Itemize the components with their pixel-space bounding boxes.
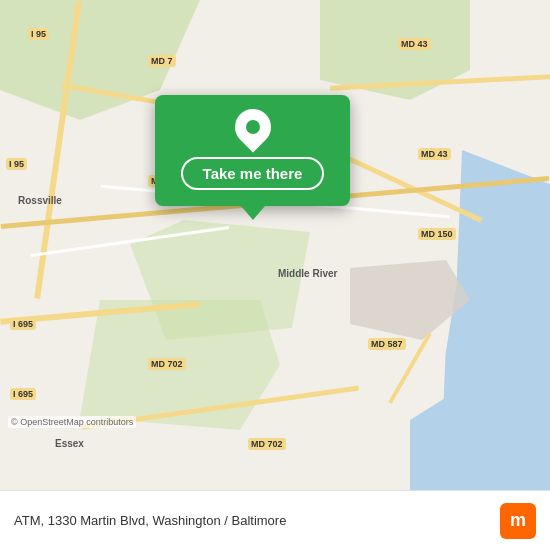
popup-card: Take me there: [155, 95, 350, 206]
road-label-md43-top: MD 43: [398, 38, 431, 50]
place-label-rossville: Rossville: [18, 195, 62, 206]
road-label-i95-left: I 95: [6, 158, 27, 170]
map-container: I 95MD 7MD 43I 95MD 7MD 43MD 150I 695I 6…: [0, 0, 550, 490]
road-label-i695-1: I 695: [10, 318, 36, 330]
location-text: ATM, 1330 Martin Blvd, Washington / Balt…: [14, 513, 490, 528]
road-label-md702-1: MD 702: [148, 358, 186, 370]
road-label-md43-mid: MD 43: [418, 148, 451, 160]
road-label-md587: MD 587: [368, 338, 406, 350]
pin-inner: [246, 120, 260, 134]
place-label-essex: Essex: [55, 438, 84, 449]
bottom-bar: ATM, 1330 Martin Blvd, Washington / Balt…: [0, 490, 550, 550]
road-label-md7-top: MD 7: [148, 55, 176, 67]
road-label-md702-2: MD 702: [248, 438, 286, 450]
moovit-icon: m: [500, 503, 536, 539]
take-me-there-button[interactable]: Take me there: [181, 157, 325, 190]
moovit-letter: m: [510, 510, 526, 531]
place-label-middle-river: Middle River: [278, 268, 337, 279]
moovit-logo: m: [500, 503, 536, 539]
road-label-i95-top: I 95: [28, 28, 49, 40]
road-label-i695-2: I 695: [10, 388, 36, 400]
map-attribution: © OpenStreetMap contributors: [8, 416, 136, 428]
location-pin: [227, 102, 278, 153]
road-label-md150: MD 150: [418, 228, 456, 240]
